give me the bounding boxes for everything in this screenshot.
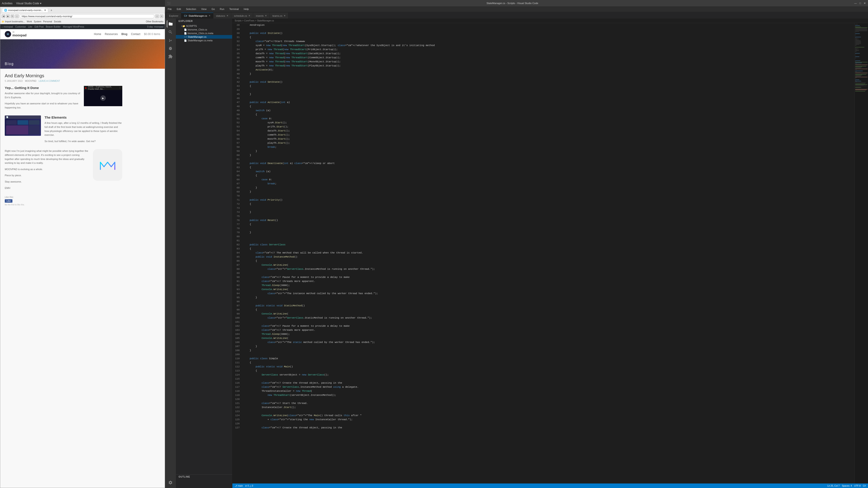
vscode-menubar: File Edit Selection View Go Run Terminal… xyxy=(165,6,868,12)
wp-day-info[interactable]: 0-day: moovpad xyxy=(147,26,163,28)
sidebar-statemanager-meta-label: StateManager.cs.meta xyxy=(188,39,213,42)
tab-title: moovpad.co/and-early-mornin... xyxy=(8,9,43,11)
section1-heading: Yep... Getting It Done xyxy=(5,86,80,90)
tab-insects-label: insects xyxy=(256,14,264,17)
bm-other[interactable]: Other Bookmarks xyxy=(146,20,163,23)
forward-button[interactable]: ▶ xyxy=(6,14,10,18)
nav-contact[interactable]: Contact xyxy=(131,33,141,36)
tab-favicon: 🌐 xyxy=(4,9,7,12)
browser-titlebar: 🌐 moovpad.co/and-early-mornin... ✕ + xyxy=(0,7,165,13)
video-player[interactable]: ▶ EM06 – Euphoria | Marsh, Franky Wah, B… xyxy=(84,86,122,106)
activity-explorer[interactable] xyxy=(167,20,174,28)
bm-system[interactable]: System xyxy=(34,20,41,23)
statusbar-left: ⎇ main ⊘ 0 △ 0 xyxy=(235,485,253,487)
site-logo-text: moovpad xyxy=(12,33,26,37)
sidebar-section: ▾📁 SCRIPTS 📄 bionome_Click.cs 📄 bionome_… xyxy=(176,24,232,43)
sidebar-header: EXPLORER xyxy=(176,19,232,24)
menu-button[interactable]: ≡ xyxy=(160,14,163,18)
like-button[interactable]: Like xyxy=(5,199,12,203)
address-bar[interactable] xyxy=(20,14,154,18)
activity-bar xyxy=(165,19,176,488)
back-button[interactable]: ◀ xyxy=(2,14,5,18)
moovpad-logo-box xyxy=(93,149,122,181)
menu-edit[interactable]: Edit xyxy=(176,7,182,11)
wp-edit-post[interactable]: Edit Post xyxy=(35,26,43,28)
thumbnail-bar: 📄 xyxy=(5,116,41,119)
vscode-label[interactable]: Visual Studio Code ▾ xyxy=(16,2,41,5)
tab-close-schedule[interactable]: ✕ xyxy=(248,14,250,17)
tab-close-status[interactable]: ✕ xyxy=(226,14,228,17)
tab-status-label: statuscs xyxy=(216,14,225,17)
section1-text2: Hopefully you have an awesome start or e… xyxy=(5,102,80,109)
star-button[interactable]: ☆ xyxy=(155,14,159,18)
wp-logo-icon: ⌂ xyxy=(2,26,3,28)
menu-run[interactable]: Run xyxy=(219,7,225,11)
bm-import[interactable]: 📁 Import bookmarks... xyxy=(2,20,25,23)
tab-status[interactable]: statuscs ✕ xyxy=(213,13,231,19)
activity-settings[interactable] xyxy=(167,479,174,486)
sidebar-statemanager-meta[interactable]: 📄 StateManager.cs.meta xyxy=(176,39,232,42)
menu-help[interactable]: Help xyxy=(243,7,250,11)
bm-socials[interactable]: Socials xyxy=(54,20,61,23)
sidebar-bionome-click[interactable]: 📄 bionome_Click.cs xyxy=(176,28,232,31)
menu-view[interactable]: View xyxy=(200,7,208,11)
menu-selection[interactable]: Selection xyxy=(185,7,197,11)
thumb-cell xyxy=(18,120,28,125)
vscode-window: ⬛ StateManager.cs - Scripts - Visual Stu… xyxy=(165,0,868,488)
tab-statemanager[interactable]: C# StateManager.cs ✕ xyxy=(181,13,213,19)
thumb-cell xyxy=(29,125,39,134)
bm-personal[interactable]: Personal xyxy=(43,20,52,23)
tab-explorer[interactable]: Explorer xyxy=(166,13,181,19)
nav-home[interactable]: Home xyxy=(94,33,101,36)
editor-content[interactable]: 2829303132333435363738394041424344454647… xyxy=(232,23,868,484)
activity-debug[interactable] xyxy=(167,45,174,52)
thumbnail-inner xyxy=(5,119,41,136)
thumb-cell xyxy=(29,120,39,125)
menu-file[interactable]: File xyxy=(167,7,173,11)
video-body[interactable]: ▶ xyxy=(84,90,122,106)
wp-moovpad[interactable]: ⌂ moovpad xyxy=(2,26,13,28)
section1-text1: Another awesome vibe for your day/night,… xyxy=(5,92,80,99)
section3: Right now I'm just imagining what might … xyxy=(5,149,122,192)
close-button[interactable]: ✕ xyxy=(864,2,866,5)
tab-close-statemanager[interactable]: ✕ xyxy=(209,14,211,17)
post-author[interactable]: MOOVPAD xyxy=(25,80,36,82)
logo-m-icon: Ⓜ xyxy=(12,31,26,33)
browser-tab[interactable]: 🌐 moovpad.co/and-early-mornin... ✕ xyxy=(2,8,48,12)
nav-resources[interactable]: Resources xyxy=(105,33,118,36)
vscode-titlebar: ⬛ StateManager.cs - Scripts - Visual Stu… xyxy=(165,0,868,6)
code-area[interactable]: #endregion public void Initiate() { clas… xyxy=(241,23,855,484)
sidebar-scripts[interactable]: ▾📁 SCRIPTS xyxy=(176,24,232,28)
minimize-button[interactable]: — xyxy=(854,2,857,5)
post-comment-link[interactable]: LEAVE A COMMENT xyxy=(39,80,60,82)
wp-managed[interactable]: Managed WordPress xyxy=(63,26,84,28)
activity-extensions[interactable] xyxy=(167,53,174,60)
wp-like[interactable]: Like xyxy=(28,26,32,28)
tab-insects[interactable]: insects ✕ xyxy=(253,13,270,19)
maximize-button[interactable]: □ xyxy=(860,2,861,5)
nav-blog[interactable]: Blog xyxy=(121,33,127,36)
tab-teams[interactable]: teams.cs ✕ xyxy=(270,13,288,19)
sidebar-statemanager[interactable]: C# StateManager.cs xyxy=(176,35,232,39)
site-nav: M Ⓜ moovpad Home Resources Blog Contact … xyxy=(0,29,165,39)
tab-schedule[interactable]: schedule.cs ✕ xyxy=(231,13,253,19)
activity-search[interactable] xyxy=(167,29,174,36)
menu-terminal[interactable]: Terminal xyxy=(228,7,240,11)
home-button[interactable]: ⌂ xyxy=(15,14,19,18)
play-button[interactable]: ▶ xyxy=(100,95,106,101)
new-tab-icon[interactable]: + xyxy=(51,8,52,12)
activity-git[interactable] xyxy=(167,37,174,44)
tab-close-insects[interactable]: ✕ xyxy=(265,14,267,17)
tab-close-icon[interactable]: ✕ xyxy=(44,9,46,12)
menu-go[interactable]: Go xyxy=(211,7,216,11)
reload-button[interactable]: ↻ xyxy=(11,14,14,18)
sidebar-bionome-meta[interactable]: 📄 bionome_Click.cs.meta xyxy=(176,31,232,35)
nav-cart[interactable]: $0.00 0 items xyxy=(144,33,160,36)
bm-work[interactable]: Work xyxy=(27,20,32,23)
video-title: EM06 – Euphoria | Marsh, Franky Wah, Be.… xyxy=(88,86,118,90)
activities-label[interactable]: Activities xyxy=(2,2,12,5)
bm-personal-label: Personal xyxy=(43,20,52,23)
tab-close-teams[interactable]: ✕ xyxy=(284,14,285,17)
wp-customise[interactable]: Customise xyxy=(15,26,26,28)
wp-beaver[interactable]: Beaver Builder xyxy=(46,26,61,28)
